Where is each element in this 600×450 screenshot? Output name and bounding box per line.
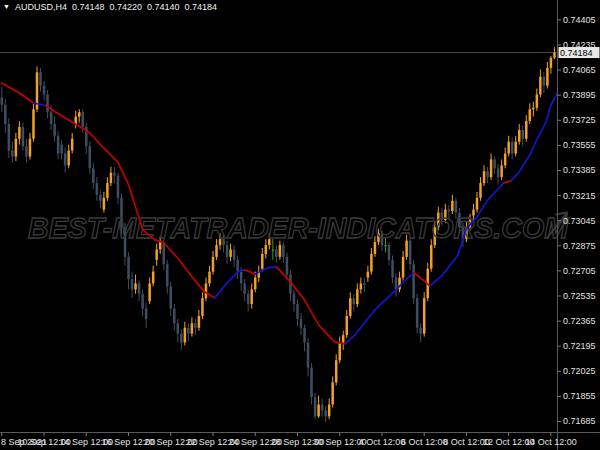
close-value: 0.74184 xyxy=(185,2,218,12)
symbol-marker-icon: ▼ xyxy=(3,2,10,12)
svg-text:0.72365: 0.72365 xyxy=(563,316,596,326)
svg-text:6 Oct 12:00: 6 Oct 12:00 xyxy=(401,437,448,447)
svg-text:0.74405: 0.74405 xyxy=(563,15,596,25)
svg-text:0.74065: 0.74065 xyxy=(563,65,596,75)
svg-text:0.72195: 0.72195 xyxy=(563,341,596,351)
svg-text:4 Oct 12:00: 4 Oct 12:00 xyxy=(359,437,406,447)
watermark-text: BEST-METATRADER-INDICATORS.COM xyxy=(28,211,569,244)
metatrader-chart-window: ▼ AUDUSD,H4 0.74148 0.74220 0.74140 0.74… xyxy=(0,0,600,450)
svg-text:0.73895: 0.73895 xyxy=(563,90,596,100)
svg-text:0.73725: 0.73725 xyxy=(563,115,596,125)
svg-text:0.72535: 0.72535 xyxy=(563,291,596,301)
watermark: BEST-METATRADER-INDICATORS.COM xyxy=(28,211,569,244)
svg-text:0.72875: 0.72875 xyxy=(563,241,596,251)
svg-text:0.71685: 0.71685 xyxy=(563,416,596,426)
svg-text:0.73555: 0.73555 xyxy=(563,140,596,150)
symbol-timeframe-label: AUDUSD,H4 xyxy=(15,2,67,12)
svg-text:0.72705: 0.72705 xyxy=(563,266,596,276)
chart-ohlc-header: ▼ AUDUSD,H4 0.74148 0.74220 0.74140 0.74… xyxy=(3,2,217,12)
time-axis[interactable]: 8 Sep 202110 Sep 12:0014 Sep 12:0016 Sep… xyxy=(0,433,600,447)
price-axis[interactable]: 0.744050.742350.740650.738950.737250.735… xyxy=(558,0,600,450)
svg-text:0.72025: 0.72025 xyxy=(563,366,596,376)
open-value: 0.74148 xyxy=(72,2,105,12)
chart-canvas[interactable]: BEST-METATRADER-INDICATORS.COM 0.744050.… xyxy=(0,0,600,450)
svg-text:0.73385: 0.73385 xyxy=(563,165,596,175)
svg-text:0.73215: 0.73215 xyxy=(563,191,596,201)
svg-text:0.71855: 0.71855 xyxy=(563,391,596,401)
svg-text:14 Oct 12:00: 14 Oct 12:00 xyxy=(525,437,577,447)
high-value: 0.74220 xyxy=(110,2,143,12)
svg-text:0.74184: 0.74184 xyxy=(560,48,593,58)
svg-text:0.73045: 0.73045 xyxy=(563,216,596,226)
low-value: 0.74140 xyxy=(147,2,180,12)
